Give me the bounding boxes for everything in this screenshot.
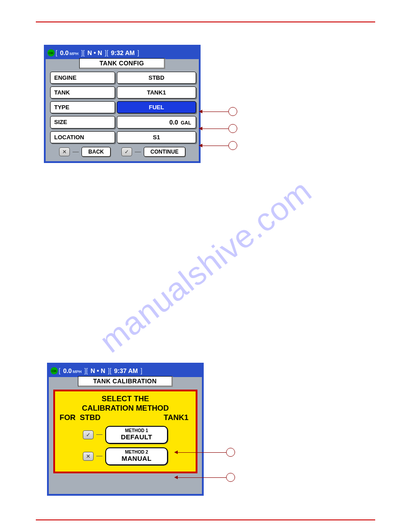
type-label: TYPE — [50, 101, 115, 113]
method-2-row: ✕ METHOD 2 MANUAL — [58, 447, 193, 465]
heading: N • N — [85, 49, 105, 56]
heading: N • N — [88, 367, 108, 374]
watermark: manualshive.com — [93, 172, 318, 360]
type-row: TYPE FUEL — [50, 101, 194, 113]
calibration-prompt: SELECT THE CALIBRATION METHOD FOR STBD T… — [53, 390, 197, 473]
continue-button[interactable]: CONTINUE — [144, 147, 185, 157]
ok-icon: OK — [51, 367, 58, 374]
size-unit: GAL — [181, 120, 191, 125]
page: manualshive.com OK [ 0.0 MPH ][ N • N ][… — [0, 0, 411, 532]
callout-location — [201, 141, 237, 150]
location-label: LOCATION — [50, 131, 115, 143]
engine-value[interactable]: STBD — [117, 72, 196, 84]
status-bar: OK [ 0.0 MPH ][ N • N ][ 9:37 AM ] — [49, 365, 202, 377]
method-default-button[interactable]: METHOD 1 DEFAULT — [105, 426, 168, 444]
for-label: FOR — [60, 413, 76, 422]
screen-title: TANK CALIBRATION — [78, 376, 173, 387]
top-rule — [36, 21, 375, 22]
status-bar: OK [ 0.0 MPH ][ N • N ][ 9:32 AM ] — [46, 47, 199, 59]
speed-unit: MPH — [69, 51, 78, 56]
engine-row: ENGINE STBD — [50, 72, 194, 84]
connector — [73, 152, 79, 152]
callout-type — [201, 107, 237, 116]
size-row: SIZE 0.0 GAL — [50, 116, 194, 129]
prompt-line1: SELECT THE — [58, 394, 193, 403]
connector — [96, 456, 103, 456]
method-manual-button[interactable]: METHOD 2 MANUAL — [105, 447, 168, 465]
size-label: SIZE — [50, 116, 115, 129]
type-value[interactable]: FUEL — [117, 101, 196, 113]
method-1-name: DEFAULT — [106, 433, 167, 441]
method-1-row: ✓ METHOD 1 DEFAULT — [58, 426, 193, 444]
callout-size — [201, 124, 237, 133]
x-icon[interactable]: ✕ — [83, 452, 94, 461]
method-2-label: METHOD 2 — [106, 450, 167, 455]
speed-unit: MPH — [73, 369, 81, 374]
for-tank: TANK1 — [164, 413, 188, 422]
method-1-label: METHOD 1 — [106, 428, 167, 433]
footer-buttons: ✕ BACK ✓ CONTINUE — [50, 147, 194, 157]
tank-label: TANK — [50, 86, 115, 99]
prompt-for-row: FOR STBD TANK1 — [58, 413, 193, 422]
speed-value: 0.0 — [60, 49, 68, 56]
method-2-name: MANUAL — [106, 455, 167, 462]
connector — [96, 434, 103, 435]
x-icon[interactable]: ✕ — [59, 147, 70, 156]
check-icon[interactable]: ✓ — [121, 147, 132, 156]
engine-label: ENGINE — [50, 72, 115, 84]
prompt-line2: CALIBRATION METHOD — [58, 403, 193, 413]
tank-value[interactable]: TANK1 — [117, 86, 196, 99]
location-value[interactable]: S1 — [117, 131, 196, 143]
screen-title: TANK CONFIG — [79, 58, 165, 69]
speed-value: 0.0 — [63, 367, 72, 374]
callout-method-manual — [177, 473, 235, 482]
size-value-cell[interactable]: 0.0 GAL — [117, 116, 196, 129]
for-engine: STBD — [80, 413, 100, 422]
ok-icon: OK — [47, 49, 55, 56]
location-row: LOCATION S1 — [50, 131, 194, 143]
check-icon[interactable]: ✓ — [83, 430, 94, 439]
size-value: 0.0 — [169, 119, 178, 126]
time: 9:32 AM — [108, 49, 137, 56]
tank-row: TANK TANK1 — [50, 86, 194, 99]
time: 9:37 AM — [111, 367, 141, 374]
back-button[interactable]: BACK — [81, 147, 111, 157]
bottom-rule — [36, 519, 375, 520]
tank-config-screen: OK [ 0.0 MPH ][ N • N ][ 9:32 AM ] TANK … — [44, 45, 201, 163]
callout-method-default — [177, 448, 235, 457]
connector — [135, 152, 141, 152]
